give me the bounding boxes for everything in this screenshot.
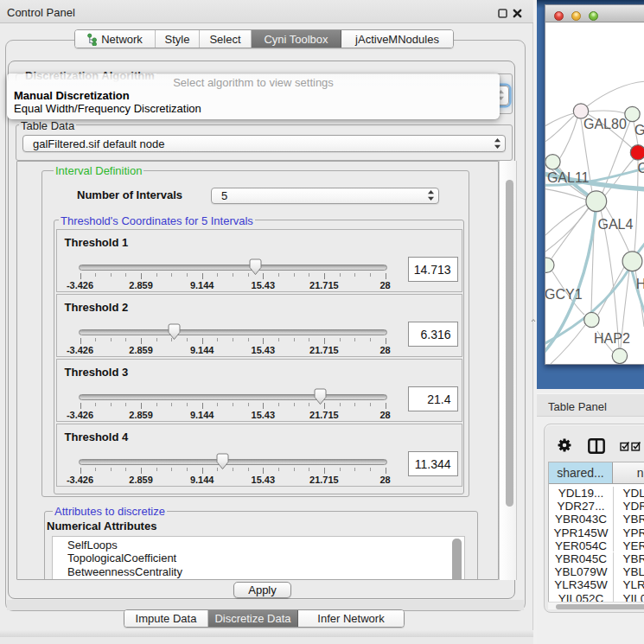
network-edge [545, 204, 587, 239]
table-row[interactable]: YLR345WYLR3 [549, 578, 644, 591]
close-icon[interactable] [513, 9, 522, 18]
tick-label: 9.144 [190, 475, 214, 485]
dropdown-item[interactable]: Equal Width/Frequency Discretization [14, 102, 201, 115]
slider-ticks: -3.4262.8599.14415.4321.71528 [80, 468, 386, 474]
node-table[interactable]: shared...n...YDL19...YDL1YDR27...YDR2YBR… [548, 462, 644, 602]
threshold-slider-thumb[interactable] [216, 453, 229, 470]
threshold-slider-track[interactable] [79, 394, 387, 400]
tab-impute-data[interactable]: Impute Data [124, 610, 208, 627]
apply-button[interactable]: Apply [233, 582, 291, 598]
table-cell: YDR27... [549, 500, 613, 513]
tick-mark [156, 338, 157, 341]
tick-mark [141, 338, 142, 344]
mac-close-icon[interactable] [554, 11, 564, 21]
tick-mark [233, 338, 233, 341]
threshold-value-field[interactable]: 14.713 [408, 257, 458, 282]
network-node[interactable] [586, 191, 607, 212]
network-view-window[interactable]: GAL80G.C.GAL11GAL4GCY1HHAP2 [545, 4, 644, 365]
tab-select[interactable]: Select [200, 30, 252, 48]
threshold-value-field[interactable]: 6.316 [408, 322, 458, 347]
numerical-attributes-label: Numerical Attributes [47, 520, 156, 532]
network-node[interactable] [625, 106, 640, 121]
tick-mark [370, 338, 371, 341]
threshold-slider-track[interactable] [79, 265, 387, 271]
tick-mark [125, 403, 126, 406]
threshold-slider-thumb[interactable] [249, 258, 262, 276]
network-graph[interactable]: GAL80G.C.GAL11GAL4GCY1HHAP2 [545, 22, 644, 364]
table-columns-icon[interactable] [588, 438, 605, 454]
network-node[interactable] [612, 348, 627, 363]
attribute-item[interactable]: SelfLoops [67, 539, 118, 552]
table-cell: YER0 [623, 539, 644, 552]
attribute-item[interactable]: TopologicalCoefficient [67, 552, 176, 564]
network-node[interactable] [630, 145, 644, 160]
tick-mark [370, 273, 371, 277]
tab-infer-network[interactable]: Infer Network [298, 610, 404, 627]
tab-discretize-data[interactable]: Discretize Data [208, 610, 298, 627]
tick-mark [294, 403, 295, 406]
dropdown-item[interactable]: Manual Discretization [14, 89, 130, 102]
attributes-list[interactable]: SelfLoopsTopologicalCoefficientBetweenne… [52, 536, 465, 580]
table-row[interactable]: YPR145WYPR1 [549, 526, 644, 539]
float-window-icon[interactable] [498, 9, 507, 18]
threshold-panel: Threshold 2-3.4262.8599.14415.4321.71528… [56, 294, 462, 357]
table-gear-icon[interactable] [558, 438, 571, 452]
table-row[interactable]: YIL052CYIL0 [549, 591, 644, 602]
table-data-combobox[interactable]: galFiltered.sif default node [22, 135, 506, 152]
tab-style[interactable]: Style [156, 30, 200, 48]
tick-mark [233, 403, 233, 406]
column-header-name[interactable]: n... [613, 462, 644, 484]
threshold-slider-track[interactable] [79, 459, 387, 465]
table-row[interactable]: YBR045CYBR0 [549, 552, 644, 565]
threshold-value-field[interactable]: 11.344 [408, 451, 458, 476]
unselect-all-checkbox-icon[interactable] [631, 441, 641, 451]
network-glyph [87, 33, 97, 46]
num-intervals-combobox[interactable]: 5 [211, 188, 439, 205]
table-row[interactable]: YDR27...YDR2 [549, 500, 644, 513]
table-row[interactable]: YBL079WYBL0 [549, 565, 644, 578]
cyni-mode-tabbar: Impute DataDiscretize DataInfer Network [124, 609, 405, 628]
select-all-checkbox-icon[interactable] [620, 441, 630, 451]
network-node[interactable] [622, 252, 642, 271]
tick-label: 21.715 [309, 345, 339, 355]
tick-mark [354, 403, 355, 406]
network-window-titlebar[interactable] [545, 5, 644, 22]
table-cell: YBR045C [549, 552, 613, 565]
cell-divider [613, 565, 614, 578]
mac-zoom-icon[interactable] [589, 11, 598, 21]
tab-cyni-toolbox[interactable]: Cyni Toolbox [252, 30, 341, 48]
table-row[interactable]: YDL19...YDL1 [549, 487, 644, 500]
table-row[interactable]: YBR043CYBR0 [549, 513, 644, 526]
mac-minimize-icon[interactable] [571, 11, 581, 21]
table-hscrollbar[interactable] [548, 602, 644, 609]
control-panel-titlebar: Control Panel [0, 0, 533, 23]
table-data-group-title: Table Data [19, 119, 76, 132]
tick-mark [370, 403, 371, 406]
tick-mark [294, 338, 295, 341]
table-hscroll-thumb[interactable] [556, 604, 644, 609]
table-row[interactable]: YER054CYER0 [549, 539, 644, 552]
tick-mark [278, 468, 279, 471]
tick-mark [202, 338, 203, 344]
tab-network[interactable]: Network [75, 30, 156, 48]
network-canvas[interactable]: GAL80G.C.GAL11GAL4GCY1HHAP2 [545, 22, 644, 364]
threshold-slider-track[interactable] [79, 329, 387, 335]
divider-grip-icon[interactable] [531, 318, 536, 324]
tick-mark [248, 338, 249, 341]
attribute-item[interactable]: BetweennessCentrality [67, 565, 182, 578]
network-node[interactable] [584, 312, 599, 327]
tab-jactivemnodules[interactable]: jActiveMNodules [341, 30, 453, 48]
network-node[interactable] [545, 155, 560, 169]
threshold-value-text: 14.713 [414, 263, 451, 277]
threshold-panel: Threshold 1-3.4262.8599.14415.4321.71528… [56, 229, 462, 292]
main-vscroll-thumb[interactable] [506, 180, 513, 507]
column-header-shared-name[interactable]: shared... [549, 462, 613, 484]
threshold-slider-thumb[interactable] [168, 323, 181, 341]
threshold-slider-thumb[interactable] [314, 388, 327, 405]
tick-mark [125, 338, 126, 341]
slider-thumb-icon [249, 258, 262, 276]
network-node[interactable] [545, 258, 554, 272]
table-panel-window: Table Panel shared...n...YDL19...YDL1YDR… [537, 389, 644, 644]
threshold-value-field[interactable]: 21.4 [408, 386, 458, 411]
attributes-list-scroll-thumb[interactable] [452, 539, 462, 580]
